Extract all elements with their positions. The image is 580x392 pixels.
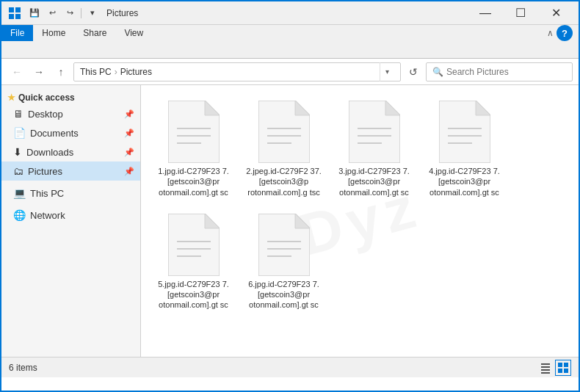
pin-icon-desktop: 📌 [124,109,134,119]
sidebar-item-desktop[interactable]: 🖥 Desktop 📌 [1,104,140,123]
svg-rect-40 [558,369,562,373]
file-name: 1.jpg.id-C279F23 7.[getscoin3@pr otonmai… [155,166,232,197]
svg-marker-5 [205,101,220,115]
sidebar-label-downloads: Downloads [26,147,73,158]
file-item[interactable]: 5.jpg.id-C279F23 7.[getscoin3@pr otonmai… [151,208,236,316]
svg-marker-10 [295,101,310,115]
sidebar-label-desktop: Desktop [28,109,63,120]
file-icon [349,101,400,163]
file-icon [168,101,220,163]
sidebar-item-pictures[interactable]: 🗂 Pictures 📌 [1,161,140,181]
svg-rect-1 [15,7,21,12]
pin-icon-downloads: 📌 [124,148,134,157]
svg-marker-30 [295,214,310,228]
search-box[interactable]: 🔍 [426,62,573,81]
svg-rect-3 [15,14,21,19]
minimize-button[interactable]: — [468,1,502,25]
icon-view-btn[interactable] [555,360,571,376]
pin-icon-pictures: 📌 [124,167,134,176]
svg-rect-2 [9,14,14,19]
redo-quick-btn[interactable]: ↪ [62,6,78,21]
sidebar-item-documents[interactable]: 📄 Documents 📌 [1,123,140,142]
quick-access-label: Quick access [18,92,75,103]
file-icon [258,214,310,276]
search-input[interactable] [446,67,566,77]
file-name: 3.jpg.id-C279F23 7.[getscoin3@pr otonmai… [336,166,413,197]
customize-quick-btn[interactable]: ▾ [84,6,101,21]
svg-marker-25 [205,214,220,228]
window-title: Pictures [106,8,468,18]
file-item[interactable]: 3.jpg.id-C279F23 7.[getscoin3@pr otonmai… [332,95,416,203]
quick-toolbar-sep [81,8,81,18]
sidebar-label-thispc: This PC [30,188,64,199]
file-icon [168,214,220,276]
maximize-button[interactable]: ☐ [504,1,537,25]
file-icon [439,101,490,163]
title-bar: 💾 ↩ ↪ ▾ Pictures — ☐ ✕ [1,1,579,25]
undo-quick-btn[interactable]: ↩ [44,6,60,21]
forward-button[interactable]: → [29,62,48,81]
svg-rect-34 [541,363,550,365]
sidebar: ★ Quick access 🖥 Desktop 📌 📄 Documents 📌… [1,85,141,357]
address-dropdown-btn[interactable]: ▾ [380,62,394,81]
file-area: Dyz 1.jpg.id-C279F23 7.[getscoin3@pr oto… [141,85,579,357]
close-button[interactable]: ✕ [539,1,573,25]
app-icon [7,6,22,21]
downloads-icon: ⬇ [13,146,22,158]
quick-access-header[interactable]: ★ Quick access [1,88,140,104]
svg-marker-15 [385,101,400,115]
svg-rect-0 [9,7,14,12]
search-icon: 🔍 [432,67,443,77]
network-icon: 🌐 [13,209,26,221]
tab-home[interactable]: Home [33,25,74,41]
svg-rect-41 [564,369,568,373]
desktop-icon: 🖥 [13,108,23,120]
sidebar-label-pictures: Pictures [28,166,62,177]
back-button[interactable]: ← [7,62,26,81]
breadcrumb-sep: › [115,67,117,77]
tab-file[interactable]: File [1,25,33,41]
file-name: 2.jpeg.id-C279F2 37.[getscoin3@p rotonma… [245,166,322,197]
ribbon-collapse-btn[interactable]: ∧ [547,28,554,38]
file-name: 6.jpg.id-C279F23 7.[getscoin3@pr otonmai… [245,279,322,311]
tab-share[interactable]: Share [74,25,115,41]
svg-rect-35 [541,366,550,368]
file-item[interactable]: 6.jpg.id-C279F23 7.[getscoin3@pr otonmai… [242,208,326,316]
sidebar-item-network[interactable]: 🌐 Network [1,206,140,225]
tab-view[interactable]: View [115,25,152,41]
documents-icon: 📄 [13,127,26,139]
address-box[interactable]: This PC › Pictures ▾ [73,62,401,81]
window-controls: — ☐ ✕ [468,1,573,25]
address-bar: ← → ↑ This PC › Pictures ▾ ↺ 🔍 [1,59,579,85]
help-button[interactable]: ? [557,25,573,41]
sidebar-label-network: Network [30,210,65,221]
up-button[interactable]: ↑ [51,62,70,81]
svg-rect-39 [564,363,568,367]
item-count: 6 items [9,363,37,373]
svg-marker-20 [476,101,490,115]
file-name: 4.jpg.id-C279F23 7.[getscoin3@pr otonmai… [426,166,503,197]
sidebar-label-documents: Documents [30,128,79,139]
star-icon: ★ [7,92,15,103]
status-bar: 6 items [1,357,579,377]
sidebar-item-thispc[interactable]: 💻 This PC [1,184,140,203]
sidebar-item-downloads[interactable]: ⬇ Downloads 📌 [1,142,140,161]
file-name: 5.jpg.id-C279F23 7.[getscoin3@pr otonmai… [155,279,232,311]
svg-rect-38 [558,363,562,367]
main-area: ★ Quick access 🖥 Desktop 📌 📄 Documents 📌… [1,85,579,357]
svg-rect-36 [541,369,550,371]
pictures-icon: 🗂 [13,165,23,177]
thispc-icon: 💻 [13,187,26,199]
file-item[interactable]: 4.jpg.id-C279F23 7.[getscoin3@pr otonmai… [422,95,507,203]
refresh-button[interactable]: ↺ [404,62,423,81]
ribbon-tabs: File Home Share View ∧ ? [1,25,579,41]
file-icon [258,101,310,163]
breadcrumb-thispc[interactable]: This PC [80,67,112,77]
file-item[interactable]: 1.jpg.id-C279F23 7.[getscoin3@pr otonmai… [151,95,236,203]
file-item[interactable]: 2.jpeg.id-C279F2 37.[getscoin3@p rotonma… [242,95,326,203]
ribbon-commands [1,41,579,58]
save-quick-btn[interactable]: 💾 [26,6,43,21]
list-view-btn[interactable] [537,360,554,376]
breadcrumb-pictures[interactable]: Pictures [120,67,152,77]
pin-icon-documents: 📌 [124,128,134,138]
